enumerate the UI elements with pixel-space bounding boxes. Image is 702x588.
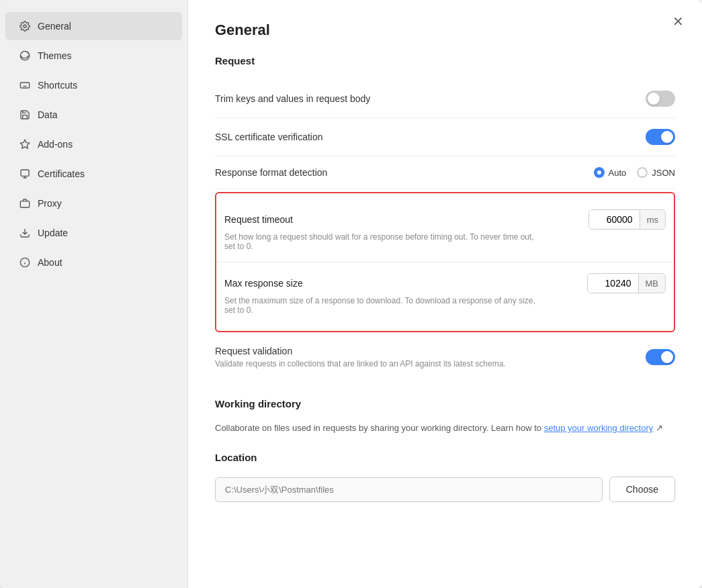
gear-icon xyxy=(19,20,31,32)
ssl-cert-track[interactable] xyxy=(646,129,675,145)
trim-keys-track[interactable] xyxy=(646,91,675,107)
request-timeout-unit: ms xyxy=(640,211,665,229)
settings-sidebar: General Themes Shortcuts xyxy=(0,0,188,588)
sidebar-label-general: General xyxy=(38,21,71,32)
ssl-cert-label: SSL certificate verification xyxy=(215,132,646,142)
save-icon xyxy=(19,109,31,121)
sidebar-item-addons[interactable]: Add-ons xyxy=(5,130,182,158)
radio-auto-circle xyxy=(594,167,605,178)
ssl-cert-thumb xyxy=(661,131,673,143)
svg-rect-5 xyxy=(20,201,29,207)
max-response-row: Max response size MB Set the maximum siz… xyxy=(216,262,674,326)
request-validation-desc: Validate requests in collections that ar… xyxy=(215,359,506,369)
sidebar-item-data[interactable]: Data xyxy=(5,101,182,129)
settings-modal: General Themes Shortcuts xyxy=(0,0,702,588)
location-input[interactable] xyxy=(215,477,603,502)
request-section-title: Request xyxy=(215,55,675,66)
link-arrow: ↗ xyxy=(656,423,663,433)
request-timeout-header: Request timeout ms xyxy=(224,209,666,230)
trim-keys-row: Trim keys and values in request body xyxy=(215,80,675,118)
location-section: Location Choose xyxy=(215,452,675,502)
ssl-cert-toggle[interactable] xyxy=(646,129,675,145)
svg-rect-4 xyxy=(21,170,29,176)
max-response-input[interactable] xyxy=(588,274,638,293)
svg-marker-3 xyxy=(20,140,29,148)
request-timeout-row: Request timeout ms Set how long a reques… xyxy=(216,199,674,262)
request-timeout-title: Request timeout xyxy=(224,214,293,225)
request-validation-thumb xyxy=(661,351,673,363)
radio-auto[interactable]: Auto xyxy=(594,167,627,178)
request-validation-track[interactable] xyxy=(646,349,675,365)
info-icon xyxy=(19,256,31,268)
sidebar-label-shortcuts: Shortcuts xyxy=(38,80,77,91)
ssl-cert-row: SSL certificate verification xyxy=(215,118,675,156)
trim-keys-toggle[interactable] xyxy=(646,91,675,107)
main-content: ✕ General Request Trim keys and values i… xyxy=(188,0,702,588)
sidebar-item-about[interactable]: About xyxy=(5,248,182,277)
download-icon xyxy=(19,227,31,239)
keyboard-icon xyxy=(19,79,31,91)
working-directory-desc: Collaborate on files used in requests by… xyxy=(215,423,675,433)
proxy-icon xyxy=(19,197,31,209)
sidebar-item-proxy[interactable]: Proxy xyxy=(5,189,182,217)
request-section: Request Trim keys and values in request … xyxy=(215,55,675,379)
response-format-label: Response format detection xyxy=(215,167,594,178)
sidebar-item-certificates[interactable]: Certificates xyxy=(5,160,182,188)
sidebar-item-general[interactable]: General xyxy=(5,12,182,40)
request-validation-text: Request validation Validate requests in … xyxy=(215,346,506,369)
sidebar-label-data: Data xyxy=(38,109,58,120)
working-directory-link[interactable]: setup your working directory xyxy=(544,423,654,433)
response-format-row: Response format detection Auto JSON xyxy=(215,156,675,189)
palette-icon xyxy=(19,50,31,62)
page-title: General xyxy=(215,21,675,39)
radio-auto-label: Auto xyxy=(609,168,627,178)
svg-rect-2 xyxy=(20,83,29,88)
svg-point-0 xyxy=(24,25,26,28)
sidebar-label-themes: Themes xyxy=(38,50,72,61)
sidebar-item-update[interactable]: Update xyxy=(5,219,182,247)
trim-keys-label: Trim keys and values in request body xyxy=(215,93,646,104)
max-response-desc: Set the maximum size of a response to do… xyxy=(224,296,547,315)
sidebar-label-addons: Add-ons xyxy=(38,139,73,150)
request-validation-row: Request validation Validate requests in … xyxy=(215,335,675,379)
certificate-icon xyxy=(19,168,31,180)
trim-keys-thumb xyxy=(648,93,660,105)
radio-json-circle xyxy=(637,167,648,178)
sidebar-item-themes[interactable]: Themes xyxy=(5,42,182,70)
response-format-options: Auto JSON xyxy=(594,167,675,178)
sidebar-label-certificates: Certificates xyxy=(38,168,85,179)
working-directory-section: Working directory Collaborate on files u… xyxy=(215,398,675,433)
highlighted-settings-box: Request timeout ms Set how long a reques… xyxy=(215,192,675,332)
close-button[interactable]: ✕ xyxy=(667,11,689,32)
request-validation-toggle[interactable] xyxy=(646,349,675,365)
sidebar-item-shortcuts[interactable]: Shortcuts xyxy=(5,71,182,99)
choose-button[interactable]: Choose xyxy=(609,477,675,502)
radio-json-label: JSON xyxy=(652,168,675,178)
max-response-input-group: MB xyxy=(587,273,666,293)
working-directory-title: Working directory xyxy=(215,398,675,409)
max-response-header: Max response size MB xyxy=(224,273,666,293)
radio-json[interactable]: JSON xyxy=(637,167,675,178)
sparkle-icon xyxy=(19,138,31,150)
request-timeout-desc: Set how long a request should wait for a… xyxy=(224,232,547,251)
location-row: Choose xyxy=(215,477,675,502)
request-timeout-input[interactable] xyxy=(589,210,640,229)
request-validation-label: Request validation xyxy=(215,346,506,356)
sidebar-label-update: Update xyxy=(38,228,68,238)
max-response-unit: MB xyxy=(638,275,666,293)
max-response-title: Max response size xyxy=(224,278,303,289)
sidebar-label-about: About xyxy=(38,257,62,268)
location-label: Location xyxy=(215,452,675,463)
sidebar-label-proxy: Proxy xyxy=(38,198,62,209)
request-timeout-input-group: ms xyxy=(588,209,666,230)
